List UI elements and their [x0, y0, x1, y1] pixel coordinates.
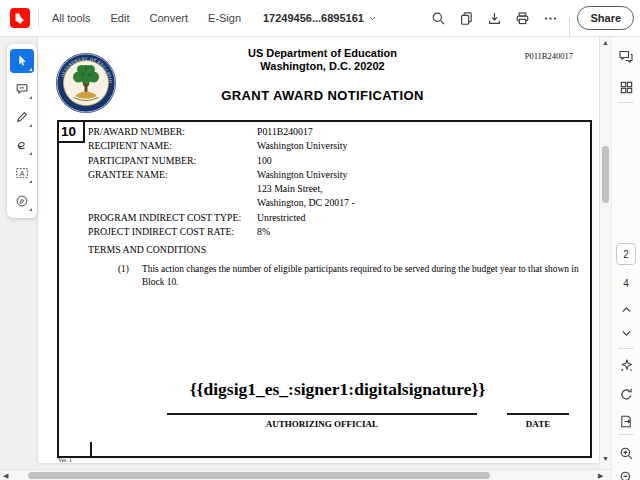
- print-icon: [515, 11, 530, 26]
- field-row: RECIPIENT NAME:Washington University: [88, 139, 355, 153]
- add-text-tool-button[interactable]: A: [10, 161, 34, 185]
- more-options-button[interactable]: [540, 7, 560, 29]
- vertical-scrollbar[interactable]: ▲ ▼: [600, 36, 611, 469]
- ai-sparkle-icon: [619, 358, 634, 373]
- field-value: P011B240017: [257, 125, 313, 139]
- comment-bubble-icon: [15, 82, 29, 96]
- page-thumbnails-icon: [619, 80, 634, 95]
- award-fields: PR/AWARD NUMBER:P011B240017 RECIPIENT NA…: [88, 125, 355, 239]
- draw-tool-button[interactable]: [10, 105, 34, 129]
- field-value: Washington University: [257, 168, 347, 182]
- scroll-up-arrow-icon[interactable]: ▲: [602, 39, 609, 46]
- comments-panel-button[interactable]: [615, 46, 637, 68]
- page-thumbnails-button[interactable]: [615, 76, 637, 98]
- toolbar-actions: Share Sign in: [428, 0, 640, 36]
- document-main-title: GRANT AWARD NOTIFICATION: [57, 88, 588, 103]
- field-label: PROJECT INDIRECT COST RATE:: [88, 225, 257, 239]
- toolbar-divider: [38, 9, 39, 27]
- field-row: GRANTEE NAME:Washington University: [88, 168, 355, 182]
- zoom-out-icon: [619, 470, 634, 480]
- signature-pen-icon: [15, 194, 29, 208]
- document-title[interactable]: 17249456...6895161: [263, 0, 377, 36]
- acrobat-window: All tools Edit Convert E-Sign 17249456..…: [0, 0, 640, 480]
- menu-convert[interactable]: Convert: [150, 12, 189, 24]
- term-number: (1): [118, 263, 142, 288]
- signature-line: [167, 413, 477, 415]
- zoom-in-icon: [619, 446, 634, 461]
- ai-assistant-button[interactable]: [615, 354, 637, 376]
- field-value: Washington, DC 20017 -: [257, 196, 355, 210]
- erase-tool-button[interactable]: [10, 133, 34, 157]
- left-tool-panel: A: [7, 44, 37, 218]
- field-row: 123 Main Street,: [88, 182, 355, 196]
- extract-page-icon: [619, 414, 634, 429]
- menu-bar: All tools Edit Convert E-Sign: [52, 0, 241, 36]
- toolbar-divider: [569, 18, 570, 36]
- horizontal-scrollbar-thumb[interactable]: [28, 472, 490, 479]
- terms-heading: TERMS AND CONDITIONS: [88, 244, 206, 255]
- field-row: PARTICIPANT NUMBER:100: [88, 154, 355, 168]
- rotate-page-button[interactable]: [615, 383, 637, 405]
- extract-page-button[interactable]: [615, 410, 637, 432]
- share-button[interactable]: Share: [577, 6, 634, 30]
- right-tool-rail: 4: [611, 36, 640, 480]
- fill-sign-tool-button[interactable]: [10, 189, 34, 213]
- next-page-button[interactable]: [615, 322, 637, 344]
- print-button[interactable]: [512, 7, 532, 29]
- document-header: US Department of Education Washington, D…: [57, 47, 588, 103]
- field-row: PR/AWARD NUMBER:P011B240017: [88, 125, 355, 139]
- current-page-input[interactable]: [616, 243, 636, 265]
- form-bottom-divider: [90, 442, 92, 456]
- horizontal-scrollbar[interactable]: ◀ ▶: [0, 469, 611, 480]
- scroll-down-arrow-icon[interactable]: ▼: [602, 455, 609, 462]
- field-value: Unrestricted: [257, 211, 305, 225]
- menu-esign[interactable]: E-Sign: [208, 12, 241, 24]
- header-agency-line: US Department of Education: [57, 47, 588, 60]
- menu-all-tools[interactable]: All tools: [52, 12, 91, 24]
- vertical-scrollbar-thumb[interactable]: [602, 146, 609, 203]
- field-label: PR/AWARD NUMBER:: [88, 125, 257, 139]
- scroll-right-arrow-icon[interactable]: ▶: [598, 472, 603, 479]
- scroll-left-arrow-icon[interactable]: ◀: [3, 472, 8, 479]
- pencil-icon: [15, 110, 29, 124]
- top-toolbar: All tools Edit Convert E-Sign 17249456..…: [0, 0, 640, 37]
- search-button[interactable]: [428, 7, 448, 29]
- previous-page-button[interactable]: [615, 298, 637, 320]
- download-button[interactable]: [484, 7, 504, 29]
- field-value: 8%: [257, 225, 270, 239]
- tool-flyout-marker: [29, 68, 32, 71]
- field-label: PARTICIPANT NUMBER:: [88, 154, 257, 168]
- add-comment-tool-button[interactable]: [10, 77, 34, 101]
- copy-pages-button[interactable]: [456, 7, 476, 29]
- zoom-out-button[interactable]: [615, 466, 637, 480]
- tool-flyout-marker: [29, 208, 32, 211]
- cursor-arrow-icon: [15, 54, 29, 68]
- tool-flyout-marker: [29, 124, 32, 127]
- field-label: GRANTEE NAME:: [88, 168, 257, 182]
- header-address-line: Washington, D.C. 20202: [57, 60, 588, 73]
- rail-divider: [618, 434, 634, 435]
- menu-edit[interactable]: Edit: [111, 12, 130, 24]
- rotate-clockwise-icon: [619, 387, 634, 402]
- field-row: PROJECT INDIRECT COST RATE:8%: [88, 225, 355, 239]
- pdf-page: DEPARTMENT OF EDUCATION UNITED STATES OF…: [38, 37, 599, 463]
- svg-text:A: A: [20, 170, 25, 177]
- rail-divider: [618, 348, 634, 349]
- copy-pages-icon: [459, 11, 474, 26]
- field-value: 100: [257, 154, 272, 168]
- zoom-in-button[interactable]: [615, 442, 637, 464]
- date-label: DATE: [507, 419, 569, 429]
- select-tool-button[interactable]: [10, 49, 34, 73]
- chevron-down-icon: [620, 327, 633, 340]
- more-options-icon: [543, 11, 558, 26]
- field-value: 123 Main Street,: [257, 182, 323, 196]
- authorizing-official-label: AUTHORIZING OFFICIAL: [167, 419, 477, 429]
- text-box-icon: A: [15, 166, 29, 180]
- tool-flyout-marker: [29, 152, 32, 155]
- field-row: Washington, DC 20017 -: [88, 196, 355, 210]
- acrobat-logo-icon[interactable]: [10, 8, 30, 28]
- tool-flyout-marker: [29, 96, 32, 99]
- total-pages-label: 4: [612, 278, 640, 289]
- field-row: PROGRAM INDIRECT COST TYPE:Unrestricted: [88, 211, 355, 225]
- field-label: [88, 196, 257, 210]
